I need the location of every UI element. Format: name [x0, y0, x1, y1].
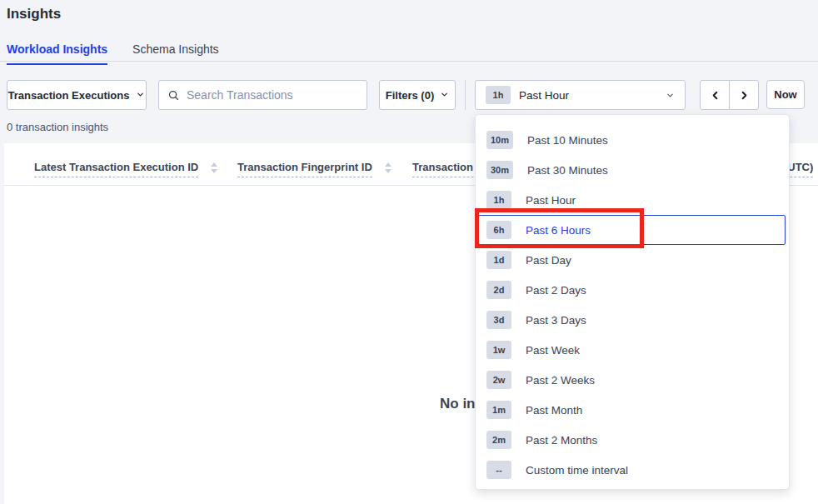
time-option-past-3-days[interactable]: 3dPast 3 Days — [478, 305, 786, 335]
time-option-badge: 6h — [486, 221, 511, 239]
column-header-transaction-fingerprint-id[interactable]: Transaction Fingerprint ID — [237, 161, 392, 177]
time-option-badge: 2w — [486, 371, 511, 389]
chevron-left-icon — [709, 89, 721, 102]
sort-icon — [211, 162, 217, 173]
time-option-label: Past 2 Months — [526, 434, 597, 447]
view-type-label: Transaction Executions — [8, 89, 130, 102]
time-option-badge: 2d — [486, 281, 511, 299]
time-range-badge: 1h — [486, 86, 511, 104]
column-header-latest-transaction-execution-id[interactable]: Latest Transaction Execution ID — [34, 161, 217, 177]
time-interval-dropdown[interactable]: 1h Past Hour — [475, 80, 686, 110]
time-option-label: Past 10 Minutes — [527, 134, 608, 147]
page-title: Insights — [7, 6, 61, 22]
time-option-past-30-minutes[interactable]: 30mPast 30 Minutes — [478, 155, 786, 185]
time-option-badge: 2m — [486, 431, 511, 449]
chevron-down-icon — [666, 91, 675, 100]
tab-schema-insights[interactable]: Schema Insights — [132, 37, 219, 64]
column-label: Latest Transaction Execution ID — [34, 161, 198, 177]
time-option-past-2-months[interactable]: 2mPast 2 Months — [478, 425, 786, 455]
time-option-badge: -- — [486, 461, 511, 479]
sort-desc-arrow — [211, 169, 217, 173]
filters-button[interactable]: Filters (0) — [379, 80, 456, 110]
time-option-label: Past 3 Days — [526, 314, 586, 327]
time-option-badge: 3d — [486, 311, 511, 329]
search-input[interactable] — [187, 88, 358, 102]
time-option-past-10-minutes[interactable]: 10mPast 10 Minutes — [478, 125, 786, 155]
time-option-label: Past 2 Weeks — [526, 374, 595, 387]
time-option-badge: 1w — [486, 341, 511, 359]
tab-bar: Workload InsightsSchema Insights — [0, 37, 818, 62]
time-option-past-week[interactable]: 1wPast Week — [478, 335, 786, 365]
toolbar-divider — [465, 80, 466, 110]
sort-asc-arrow — [211, 162, 217, 167]
sort-desc-arrow — [385, 169, 392, 173]
time-option-badge: 1m — [486, 401, 511, 419]
prev-time-button[interactable] — [700, 80, 730, 110]
time-option-past-month[interactable]: 1mPast Month — [478, 395, 786, 425]
search-icon — [167, 89, 180, 102]
time-option-badge: 10m — [486, 131, 513, 149]
chevron-down-icon — [440, 89, 449, 102]
now-button[interactable]: Now — [766, 80, 805, 109]
time-option-past-2-days[interactable]: 2dPast 2 Days — [478, 275, 786, 305]
time-option-label: Past Week — [526, 344, 580, 357]
chevron-down-icon — [136, 89, 145, 102]
insights-page: Insights Workload InsightsSchema Insight… — [0, 0, 818, 504]
time-option-label: Past Hour — [526, 194, 576, 207]
search-box — [158, 80, 367, 110]
tabs: Workload InsightsSchema Insights — [7, 37, 244, 64]
time-option-past-6-hours[interactable]: 6hPast 6 Hours — [478, 215, 786, 245]
sort-icon — [385, 162, 392, 173]
time-option-label: Past 6 Hours — [526, 224, 591, 237]
sort-asc-arrow — [385, 162, 392, 167]
time-option-custom-time-interval[interactable]: --Custom time interval — [478, 455, 786, 485]
time-option-past-day[interactable]: 1dPast Day — [478, 245, 786, 275]
time-option-label: Past Month — [526, 404, 582, 417]
chevron-right-icon — [738, 89, 751, 102]
time-option-badge: 30m — [486, 161, 513, 179]
next-time-button[interactable] — [729, 80, 759, 110]
tab-workload-insights[interactable]: Workload Insights — [7, 37, 107, 65]
column-label: Transaction Fingerprint ID — [237, 161, 372, 177]
insights-count: 0 transaction insights — [7, 121, 108, 133]
time-option-label: Past 30 Minutes — [527, 164, 608, 177]
time-option-label: Past 2 Days — [526, 284, 586, 297]
filters-label: Filters (0) — [386, 89, 435, 102]
time-option-badge: 1h — [486, 191, 511, 209]
time-option-past-2-weeks[interactable]: 2wPast 2 Weeks — [478, 365, 786, 395]
time-option-badge: 1d — [486, 251, 511, 269]
time-range-label: Past Hour — [519, 89, 569, 102]
time-option-label: Past Day — [526, 254, 571, 267]
view-type-dropdown[interactable]: Transaction Executions — [7, 80, 147, 110]
time-option-label: Custom time interval — [526, 464, 628, 477]
time-interval-menu: 10mPast 10 Minutes30mPast 30 Minutes1hPa… — [475, 114, 790, 490]
now-label: Now — [774, 88, 796, 101]
time-option-past-hour[interactable]: 1hPast Hour — [478, 185, 786, 215]
time-pager — [700, 80, 759, 110]
